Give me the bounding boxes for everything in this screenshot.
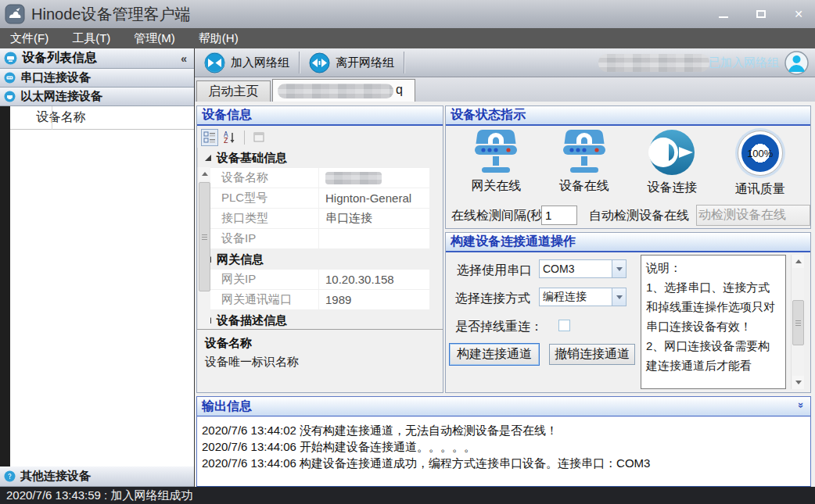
- build-channel-header: 构建设备连接通道操作: [446, 233, 810, 252]
- chevron-down-icon: [616, 267, 623, 271]
- close-button[interactable]: ✕: [793, 9, 804, 20]
- property-row[interactable]: PLC型号 Hignton-General: [198, 188, 429, 209]
- property-row[interactable]: 网关通讯端口 1989: [198, 290, 429, 310]
- reconnect-checkbox[interactable]: [558, 320, 570, 331]
- device-connect-icon: [648, 128, 696, 177]
- quality-value: 100%: [747, 148, 773, 159]
- category-row-clipped[interactable]: 设备描述信息: [198, 310, 429, 327]
- sidebar-item-other-devices[interactable]: 其他连接设备: [0, 466, 194, 487]
- device-status-title: 设备状态指示: [451, 107, 526, 123]
- auto-detect-label: 自动检测设备在线: [589, 208, 689, 224]
- minimize-button[interactable]: [718, 9, 729, 20]
- sidebar-title: 设备列表信息: [22, 50, 97, 66]
- serial-port-select[interactable]: COM3: [539, 259, 627, 278]
- menu-manage[interactable]: 管理(M): [122, 28, 187, 48]
- toolbar-separator: [244, 130, 245, 145]
- sidebar-collapse-icon[interactable]: «: [181, 52, 187, 65]
- status-bar: 2020/7/6 13:43:59 : 加入网络组成功: [0, 487, 815, 504]
- censored-device-name: [325, 172, 382, 184]
- sidebar-item-ethernet-devices[interactable]: 以太网连接设备: [0, 88, 194, 106]
- scroll-up-icon[interactable]: [792, 255, 804, 268]
- serial-port-value: COM3: [540, 263, 612, 275]
- interval-input[interactable]: [541, 206, 577, 225]
- property-pages-icon: [253, 131, 265, 144]
- status-bar-text: 2020/7/6 13:43:59 : 加入网络组成功: [6, 488, 192, 503]
- device-status-panel: 设备状态指示 网关在线: [445, 105, 811, 229]
- output-header: 输出信息 »: [197, 397, 810, 416]
- alphabetical-sort-button[interactable]: A Z: [221, 129, 239, 146]
- tab-device-suffix: q: [396, 83, 403, 97]
- collapse-chevron-icon[interactable]: »: [795, 402, 807, 408]
- leave-network-icon: [309, 52, 330, 73]
- ethernet-device-icon: [4, 91, 16, 102]
- log-line: 2020/7/6 13:44:06 开始构建设备连接通道。。。。。: [202, 438, 806, 455]
- sidebar-item-serial-devices[interactable]: 串口连接设备: [0, 69, 194, 88]
- dropdown-button[interactable]: [612, 288, 626, 306]
- maximize-icon: [756, 10, 766, 18]
- interval-label: 在线检测间隔(秒: [451, 208, 543, 224]
- tab-device-page[interactable]: q: [272, 79, 415, 102]
- property-row[interactable]: 设备IP: [198, 229, 429, 249]
- minimize-icon: [719, 16, 728, 18]
- device-list-column-header[interactable]: 设备名称: [10, 106, 194, 130]
- property-row[interactable]: 接口类型 串口连接: [198, 209, 429, 229]
- build-channel-button[interactable]: 构建连接通道: [449, 343, 540, 366]
- scroll-up-icon[interactable]: [199, 167, 210, 181]
- tab-start-home[interactable]: 启动主页: [196, 80, 271, 102]
- property-label: 设备名称: [198, 168, 319, 188]
- avatar[interactable]: [784, 51, 809, 78]
- sidebar-header: 设备列表信息 «: [0, 48, 194, 69]
- build-channel-panel: 构建设备连接通道操作 选择使用串口 COM3 选择连接方式 编程连接 是否掉线重…: [445, 232, 811, 393]
- auto-detect-button[interactable]: 动检测设备在线: [696, 205, 810, 226]
- menu-tools[interactable]: 工具(T): [60, 28, 122, 48]
- output-log[interactable]: 2020/7/6 13:44:02 没有构建连接通道，无法自动检测设备是否在线！…: [197, 418, 810, 486]
- app-logo-icon: [5, 4, 25, 24]
- chevron-down-icon: [616, 295, 623, 299]
- network-status-text: 已加入网络组: [709, 48, 779, 77]
- scrollbar-thumb[interactable]: [199, 182, 210, 291]
- property-label: 网关IP: [198, 270, 319, 289]
- categorized-view-button[interactable]: [201, 129, 218, 146]
- window-controls: ✕: [718, 0, 804, 28]
- title-bar: Hinode设备管理客户端 ✕: [0, 0, 815, 28]
- category-label: 设备描述信息: [217, 313, 287, 327]
- indicator-device-online: 设备在线: [541, 128, 627, 203]
- menu-help[interactable]: 帮助(H): [187, 28, 250, 48]
- property-description-pane: 设备名称 设备唯一标识名称: [197, 329, 443, 392]
- property-label: PLC型号: [198, 188, 319, 208]
- reconnect-label: 是否掉线重连：: [455, 319, 543, 335]
- maximize-button[interactable]: [756, 9, 767, 20]
- category-label: 设备基础信息: [217, 151, 287, 166]
- join-network-button[interactable]: 加入网络组: [195, 51, 299, 74]
- leave-network-button[interactable]: 离开网络组: [300, 51, 404, 74]
- note-scrollbar[interactable]: [791, 255, 804, 389]
- scrollbar-thumb[interactable]: [792, 300, 804, 345]
- property-row[interactable]: 设备名称: [198, 168, 429, 188]
- property-grid[interactable]: 设备基础信息 设备名称 PLC型号 Hignton-General 接口类型 串…: [197, 148, 429, 327]
- quality-gauge-icon: 100%: [735, 128, 785, 178]
- category-row[interactable]: 设备基础信息: [198, 148, 429, 168]
- thumb-grip-icon: [202, 234, 207, 240]
- instruction-note: 说明： 1、选择串口、连接方式和掉线重连操作选项只对串口连接设备有效！ 2、网口…: [641, 255, 786, 389]
- indicator-comm-quality: 100% 通讯质量: [717, 128, 803, 203]
- output-panel: 输出信息 » 2020/7/6 13:44:02 没有构建连接通道，无法自动检测…: [196, 396, 811, 487]
- indicator-label: 设备连接: [647, 180, 697, 196]
- property-value: 10.20.30.158: [319, 270, 429, 289]
- menu-file[interactable]: 文件(F): [0, 28, 60, 48]
- property-grid-scrollbar[interactable]: [197, 167, 210, 346]
- scroll-down-icon[interactable]: [792, 376, 804, 389]
- indicator-device-connect: 设备连接: [629, 128, 715, 203]
- gateway-online-icon: [470, 128, 522, 175]
- dropdown-button[interactable]: [612, 260, 626, 277]
- svg-text:Z: Z: [224, 138, 228, 144]
- property-label: 网关通讯端口: [198, 290, 319, 309]
- property-pages-button[interactable]: [250, 129, 267, 146]
- destroy-channel-button[interactable]: 撤销连接通道: [549, 344, 635, 365]
- category-row[interactable]: 网关信息: [198, 249, 429, 270]
- property-row[interactable]: 网关IP 10.20.30.158: [198, 270, 429, 290]
- serial-device-icon: [4, 72, 16, 84]
- connect-mode-select[interactable]: 编程连接: [539, 288, 627, 306]
- device-online-icon: [558, 128, 610, 175]
- expander-icon: [205, 155, 211, 161]
- property-grid-toolbar: A Z: [197, 127, 443, 148]
